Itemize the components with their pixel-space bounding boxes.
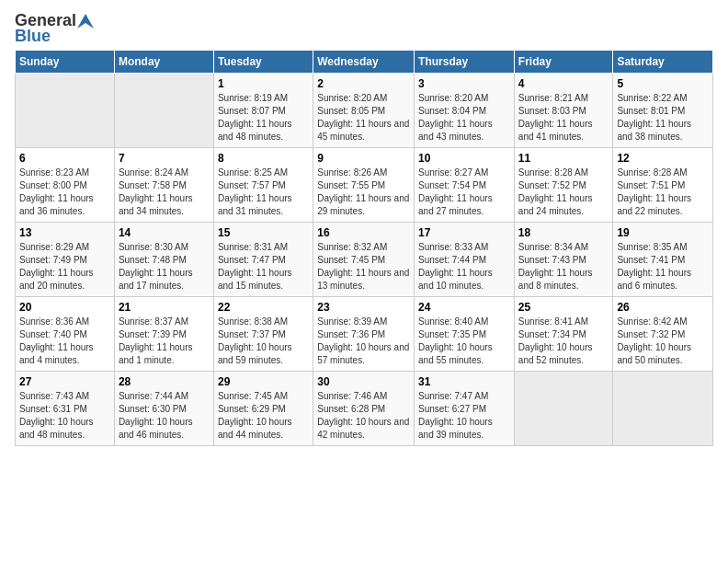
week-row-3: 13Sunrise: 8:29 AMSunset: 7:49 PMDayligh… (16, 223, 713, 297)
day-number: 1 (218, 77, 309, 90)
day-cell: 5Sunrise: 8:22 AMSunset: 8:01 PMDaylight… (613, 74, 713, 148)
day-info: Sunrise: 8:26 AMSunset: 7:55 PMDaylight:… (317, 167, 410, 218)
day-info: Sunrise: 8:36 AMSunset: 7:40 PMDaylight:… (19, 316, 110, 367)
header-cell-thursday: Thursday (415, 51, 515, 74)
day-cell: 25Sunrise: 8:41 AMSunset: 7:34 PMDayligh… (514, 297, 613, 372)
day-info: Sunrise: 8:28 AMSunset: 7:52 PMDaylight:… (518, 167, 609, 218)
day-number: 22 (218, 301, 309, 314)
day-number: 24 (418, 301, 510, 314)
day-cell: 31Sunrise: 7:47 AMSunset: 6:27 PMDayligh… (415, 372, 515, 446)
day-cell: 27Sunrise: 7:43 AMSunset: 6:31 PMDayligh… (16, 372, 115, 446)
day-number: 2 (317, 77, 410, 90)
header-cell-wednesday: Wednesday (313, 51, 415, 74)
day-cell: 7Sunrise: 8:24 AMSunset: 7:58 PMDaylight… (114, 148, 213, 223)
day-cell: 3Sunrise: 8:20 AMSunset: 8:04 PMDaylight… (415, 74, 515, 148)
day-info: Sunrise: 7:44 AMSunset: 6:30 PMDaylight:… (119, 390, 210, 442)
day-info: Sunrise: 8:27 AMSunset: 7:54 PMDaylight:… (418, 167, 510, 218)
svg-marker-0 (77, 14, 94, 29)
day-number: 15 (218, 226, 309, 239)
day-cell: 21Sunrise: 8:37 AMSunset: 7:39 PMDayligh… (114, 297, 213, 372)
week-row-1: 1Sunrise: 8:19 AMSunset: 8:07 PMDaylight… (16, 74, 713, 148)
day-info: Sunrise: 7:46 AMSunset: 6:28 PMDaylight:… (317, 390, 410, 442)
week-row-4: 20Sunrise: 8:36 AMSunset: 7:40 PMDayligh… (16, 297, 713, 372)
logo-blue-text: Blue (15, 27, 51, 46)
day-info: Sunrise: 8:23 AMSunset: 8:00 PMDaylight:… (19, 167, 110, 218)
day-number: 14 (119, 226, 210, 239)
day-number: 7 (119, 152, 210, 165)
day-cell: 29Sunrise: 7:45 AMSunset: 6:29 PMDayligh… (213, 372, 313, 446)
day-number: 17 (418, 226, 510, 239)
day-number: 9 (317, 152, 410, 165)
day-info: Sunrise: 8:32 AMSunset: 7:45 PMDaylight:… (317, 241, 410, 293)
day-number: 26 (617, 301, 709, 314)
day-cell: 4Sunrise: 8:21 AMSunset: 8:03 PMDaylight… (514, 74, 613, 148)
day-info: Sunrise: 8:28 AMSunset: 7:51 PMDaylight:… (617, 167, 709, 218)
day-info: Sunrise: 7:47 AMSunset: 6:27 PMDaylight:… (418, 390, 510, 442)
day-info: Sunrise: 7:43 AMSunset: 6:31 PMDaylight:… (19, 390, 110, 442)
day-cell (114, 74, 213, 148)
day-info: Sunrise: 8:22 AMSunset: 8:01 PMDaylight:… (617, 92, 709, 144)
day-cell: 1Sunrise: 8:19 AMSunset: 8:07 PMDaylight… (213, 74, 313, 148)
day-info: Sunrise: 8:20 AMSunset: 8:04 PMDaylight:… (418, 92, 510, 144)
header-cell-tuesday: Tuesday (213, 51, 313, 74)
day-number: 10 (418, 152, 510, 165)
header-cell-sunday: Sunday (16, 51, 115, 74)
day-info: Sunrise: 8:39 AMSunset: 7:36 PMDaylight:… (317, 316, 410, 367)
day-info: Sunrise: 8:24 AMSunset: 7:58 PMDaylight:… (119, 167, 210, 218)
day-cell: 8Sunrise: 8:25 AMSunset: 7:57 PMDaylight… (213, 148, 313, 223)
day-cell: 9Sunrise: 8:26 AMSunset: 7:55 PMDaylight… (313, 148, 415, 223)
day-info: Sunrise: 8:41 AMSunset: 7:34 PMDaylight:… (518, 316, 609, 367)
day-cell: 10Sunrise: 8:27 AMSunset: 7:54 PMDayligh… (415, 148, 515, 223)
day-cell: 23Sunrise: 8:39 AMSunset: 7:36 PMDayligh… (313, 297, 415, 372)
day-cell: 6Sunrise: 8:23 AMSunset: 8:00 PMDaylight… (16, 148, 115, 223)
day-cell (613, 372, 713, 446)
logo-bird-icon (77, 14, 94, 29)
header-cell-friday: Friday (514, 51, 613, 74)
week-row-2: 6Sunrise: 8:23 AMSunset: 8:00 PMDaylight… (16, 148, 713, 223)
day-cell: 14Sunrise: 8:30 AMSunset: 7:48 PMDayligh… (114, 223, 213, 297)
day-cell: 18Sunrise: 8:34 AMSunset: 7:43 PMDayligh… (514, 223, 613, 297)
day-number: 23 (317, 301, 410, 314)
day-info: Sunrise: 8:37 AMSunset: 7:39 PMDaylight:… (119, 316, 210, 367)
day-number: 18 (518, 226, 609, 239)
day-number: 11 (518, 152, 609, 165)
day-number: 16 (317, 226, 410, 239)
day-info: Sunrise: 8:21 AMSunset: 8:03 PMDaylight:… (518, 92, 609, 144)
day-cell: 11Sunrise: 8:28 AMSunset: 7:52 PMDayligh… (514, 148, 613, 223)
day-number: 25 (518, 301, 609, 314)
day-cell: 2Sunrise: 8:20 AMSunset: 8:05 PMDaylight… (313, 74, 415, 148)
day-info: Sunrise: 8:38 AMSunset: 7:37 PMDaylight:… (218, 316, 309, 367)
day-cell: 22Sunrise: 8:38 AMSunset: 7:37 PMDayligh… (213, 297, 313, 372)
day-cell: 24Sunrise: 8:40 AMSunset: 7:35 PMDayligh… (415, 297, 515, 372)
header-cell-saturday: Saturday (613, 51, 713, 74)
day-info: Sunrise: 8:35 AMSunset: 7:41 PMDaylight:… (617, 241, 709, 293)
day-info: Sunrise: 8:20 AMSunset: 8:05 PMDaylight:… (317, 92, 410, 144)
day-info: Sunrise: 8:19 AMSunset: 8:07 PMDaylight:… (218, 92, 309, 144)
day-cell: 19Sunrise: 8:35 AMSunset: 7:41 PMDayligh… (613, 223, 713, 297)
week-row-5: 27Sunrise: 7:43 AMSunset: 6:31 PMDayligh… (16, 372, 713, 446)
day-info: Sunrise: 8:33 AMSunset: 7:44 PMDaylight:… (418, 241, 510, 293)
day-number: 8 (218, 152, 309, 165)
day-number: 28 (119, 375, 210, 388)
header: General Blue (15, 11, 713, 46)
day-number: 27 (19, 375, 110, 388)
day-cell: 30Sunrise: 7:46 AMSunset: 6:28 PMDayligh… (313, 372, 415, 446)
calendar-table: SundayMondayTuesdayWednesdayThursdayFrid… (15, 50, 713, 446)
day-cell: 28Sunrise: 7:44 AMSunset: 6:30 PMDayligh… (114, 372, 213, 446)
day-number: 21 (119, 301, 210, 314)
day-info: Sunrise: 8:29 AMSunset: 7:49 PMDaylight:… (19, 241, 110, 293)
day-info: Sunrise: 8:25 AMSunset: 7:57 PMDaylight:… (218, 167, 309, 218)
day-cell: 13Sunrise: 8:29 AMSunset: 7:49 PMDayligh… (16, 223, 115, 297)
day-cell: 15Sunrise: 8:31 AMSunset: 7:47 PMDayligh… (213, 223, 313, 297)
day-number: 31 (418, 375, 510, 388)
day-number: 3 (418, 77, 510, 90)
day-info: Sunrise: 7:45 AMSunset: 6:29 PMDaylight:… (218, 390, 309, 442)
day-number: 12 (617, 152, 709, 165)
header-cell-monday: Monday (114, 51, 213, 74)
day-info: Sunrise: 8:42 AMSunset: 7:32 PMDaylight:… (617, 316, 709, 367)
day-cell: 12Sunrise: 8:28 AMSunset: 7:51 PMDayligh… (613, 148, 713, 223)
day-info: Sunrise: 8:30 AMSunset: 7:48 PMDaylight:… (119, 241, 210, 293)
day-info: Sunrise: 8:40 AMSunset: 7:35 PMDaylight:… (418, 316, 510, 367)
day-info: Sunrise: 8:34 AMSunset: 7:43 PMDaylight:… (518, 241, 609, 293)
logo: General Blue (15, 11, 94, 46)
